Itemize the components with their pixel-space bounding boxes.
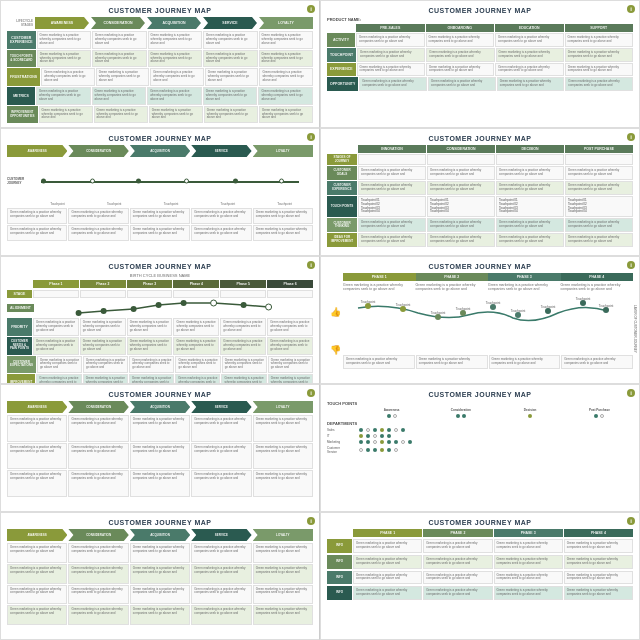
phase-spacer5	[7, 280, 32, 288]
row-opportunity: OPPORTUNITY Green marketing is a practic…	[327, 77, 633, 91]
sdl-4: Post Purchase	[566, 408, 633, 412]
s4r6c1: Green marketing is a practice whereby co…	[358, 233, 426, 247]
info-icon-6[interactable]: i	[627, 261, 635, 269]
row-touchpoints: TOUCH POINTS& SCORECARD Green marketing …	[7, 50, 313, 68]
s9-5: LOYALTY	[253, 529, 313, 541]
label-priority5: PRIORITY	[7, 318, 32, 336]
dot-3	[136, 179, 141, 184]
tb-1: Green marketing is a practice whereby co…	[7, 208, 67, 224]
s4r5c3: Green marketing is a practice whereby co…	[496, 218, 564, 232]
row-goals4: CUSTOMERGOALS Green marketing is a pract…	[327, 166, 633, 180]
phase6-2: PHASE 2	[416, 273, 489, 281]
info-icon-7[interactable]: i	[307, 389, 315, 397]
dept-section-header: DEPARTMENTS	[327, 421, 633, 426]
row-imp5: IMPROVEMENT Green marketing is a practic…	[7, 374, 313, 384]
info-icon-2[interactable]: i	[627, 5, 635, 13]
d5	[528, 414, 532, 418]
slide-6: i CUSTOMER JOURNEY MAP PHASE 1 PHASE 2 P…	[320, 256, 640, 384]
s7-2: CONSIDERATION	[68, 401, 128, 413]
s5r5c4: Green marketing is a practice whereby co…	[175, 356, 220, 374]
c9r2c2: Green marketing is a practice whereby co…	[68, 564, 128, 584]
c7r1c1: Green marketing is a practice whereby co…	[7, 415, 67, 442]
imp-1: Green marketing is a practice whereby co…	[39, 106, 93, 124]
s5r6c5: Green marketing is a practice whereby co…	[221, 374, 266, 384]
s5r3c1: Green marketing is a practice whereby co…	[33, 318, 79, 336]
row-touchpoint: TOUCHPOINT Green marketing is a practice…	[327, 48, 633, 62]
text-blocks-3: Green marketing is a practice whereby co…	[7, 208, 313, 224]
row-customer-exp: CUSTOMEREXPERIENCE Green marketing is a …	[7, 31, 313, 49]
tb-wrapper-3: Green marketing is a practice whereby co…	[130, 208, 190, 224]
c9-col4: Green marketing is a practice whereby co…	[191, 543, 251, 625]
dd12	[387, 434, 391, 438]
cell-1: Green marketing is a practice whereby co…	[37, 31, 91, 49]
s5r5c2: Green marketing is a practice whereby co…	[83, 356, 128, 374]
s9-4: SERVICE	[191, 529, 251, 541]
label-thinking4: CUSTOMERTHINKING	[327, 218, 357, 232]
svg-point-5	[210, 300, 216, 306]
s5r4c2: Green marketing is a practice whereby co…	[80, 337, 126, 355]
dd10	[373, 434, 377, 438]
c9-col5: Green marketing is a practice whereby co…	[253, 543, 313, 625]
tp-cell-3: Green marketing is a practice whereby co…	[148, 50, 202, 68]
tp-label-1: Touchpoint	[29, 202, 86, 206]
slide-title-5: CUSTOMER JOURNEY MAP	[7, 263, 313, 270]
stage-bar-3: AWARENESS CONSIDERATION ACQUISITION SERV…	[7, 145, 313, 157]
info-icon-9[interactable]: i	[307, 517, 315, 525]
slide-9-content: AWARENESS CONSIDERATION ACQUISITION SERV…	[7, 529, 313, 625]
tb2-5: Green marketing is a practice whereby co…	[253, 225, 313, 241]
bt6-3: Green marketing is a practice whereby co…	[489, 355, 561, 369]
tp-label-2: Touchpoint	[86, 202, 143, 206]
act-1: Green marketing is a practice whereby co…	[356, 33, 425, 47]
slide-title-8: CUSTOMER JOURNEY MAP	[327, 391, 633, 398]
label-goals4: CUSTOMERGOALS	[327, 166, 357, 180]
info-icon-5[interactable]: i	[307, 261, 315, 269]
svg-point-0	[75, 310, 81, 316]
c10r3c2: Green marketing is a practice whereby co…	[423, 571, 492, 585]
c10r2c2: Green marketing is a practice whereby co…	[423, 555, 492, 569]
info-icon-8[interactable]: i	[627, 389, 635, 397]
phase-bar-10: PHASE 1 PHASE 2 PHASE 3 PHASE 4	[327, 529, 633, 537]
dept-dots-2	[359, 434, 633, 438]
dd8	[359, 434, 363, 438]
cells-metrics: Green marketing is a practice whereby co…	[36, 87, 313, 105]
s3-awareness: AWARENESS	[7, 145, 67, 157]
info-icon-1[interactable]: i	[307, 5, 315, 13]
exp-4: Green marketing is a practice whereby co…	[565, 63, 633, 77]
s4r1c1	[358, 154, 426, 165]
slide-6-content: PHASE 1 PHASE 2 PHASE 3 PHASE 4 Green ma…	[327, 273, 633, 369]
tr10-3: INFO Green marketing is a practice where…	[327, 571, 633, 585]
dept-dots-3	[359, 440, 633, 444]
slide-1-content: LIFECYCLESTAGES AWARENESS CONSIDERATION …	[7, 17, 313, 113]
s5r3c3: Green marketing is a practice whereby co…	[127, 318, 173, 336]
label-touchpoint: TOUCHPOINT	[327, 48, 356, 62]
svg-text:Touchpoint: Touchpoint	[541, 305, 556, 309]
tp-cell-4: Green marketing is a practice whereby co…	[203, 50, 257, 68]
info-icon-3[interactable]: i	[307, 133, 315, 141]
s5r5c3: Green marketing is a practice whereby co…	[129, 356, 174, 374]
c7r1c2: Green marketing is a practice whereby co…	[68, 415, 128, 442]
cells-exp4: Green marketing is a practice whereby co…	[358, 181, 633, 195]
info-icon-4[interactable]: i	[627, 133, 635, 141]
timeline-row: CUSTOMERJOURNEY	[7, 162, 313, 200]
c7r2c5: Green marketing is a practice whereby co…	[253, 443, 313, 470]
info-icon-10[interactable]: i	[627, 517, 635, 525]
main-area-6: 👍 👎 Touchpoint	[327, 293, 633, 369]
s4r1c2	[427, 154, 495, 165]
s3-loyalty: LOYALTY	[253, 145, 313, 157]
cells-exp5: Green marketing is a practice whereby co…	[37, 356, 313, 374]
slide-5: i CUSTOMER JOURNEY MAP BIRTH CYCLE BUSIN…	[0, 256, 320, 384]
c10r3c4: Green marketing is a practice whereby co…	[564, 571, 633, 585]
c9r1c4: Green marketing is a practice whereby co…	[191, 543, 251, 563]
touch-2: Green marketing is a practice whereby co…	[426, 48, 494, 62]
slide-title-6: CUSTOMER JOURNEY MAP	[327, 263, 633, 270]
c7r3c3: Green marketing is a practice whereby co…	[130, 470, 190, 497]
dd26	[394, 448, 398, 452]
row-tp4: TOUCH POINTS Touchpoint 01Touchpoint 02T…	[327, 196, 633, 218]
dept-rows: Sales IT	[327, 428, 633, 497]
sdl-2: Consideration	[427, 408, 494, 412]
c9r1: Green marketing is a practice whereby co…	[7, 543, 67, 563]
dd7	[401, 428, 405, 432]
s5r5c5: Green marketing is a practice whereby co…	[222, 356, 267, 374]
stage-label-spacer: LIFECYCLESTAGES	[7, 19, 35, 27]
s7-3: ACQUISITION	[130, 401, 190, 413]
